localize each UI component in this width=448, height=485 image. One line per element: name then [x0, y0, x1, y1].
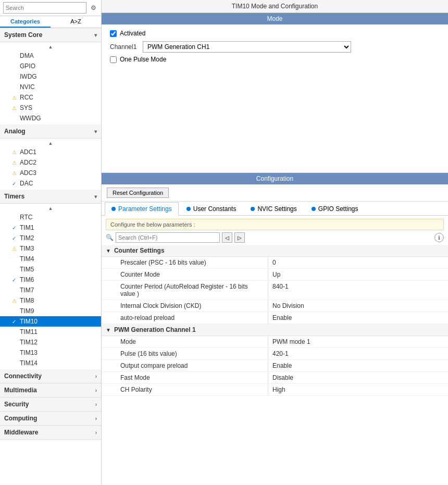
warning-icon: ⚠ [10, 246, 18, 252]
sidebar-item-adc3[interactable]: ⚠ADC3 [0, 168, 101, 178]
gear-icon[interactable]: ⚙ [89, 3, 98, 13]
sidebar-item-tim12[interactable]: TIM12 [0, 337, 101, 347]
sidebar-item-tim13[interactable]: TIM13 [0, 347, 101, 358]
channel1-select[interactable]: PWM Generation CH1 [143, 41, 351, 53]
one-pulse-checkbox[interactable] [110, 56, 117, 63]
group-middleware[interactable]: Middleware › [0, 426, 101, 440]
group-multimedia[interactable]: Multimedia › [0, 383, 101, 397]
channel-row: Channel1 PWM Generation CH1 [110, 41, 440, 53]
group-analog[interactable]: Analog ▾ [0, 125, 101, 139]
config-search-input[interactable] [116, 232, 220, 243]
chevron-down-icon: ▾ [94, 32, 97, 38]
sidebar-item-tim4[interactable]: TIM4 [0, 254, 101, 264]
param-name-fast-mode: Fast Mode [102, 372, 268, 383]
activated-checkbox[interactable] [110, 30, 117, 37]
param-row-pwm-mode: Mode PWM mode 1 [102, 336, 448, 348]
group-computing-label: Computing [4, 415, 37, 422]
tab-categories[interactable]: Categories [0, 16, 51, 28]
scroll-up-arrow[interactable]: ▲ [0, 205, 101, 212]
tab-nvic-settings[interactable]: NVIC Settings [244, 202, 303, 216]
warning-icon: ⚠ [10, 150, 18, 155]
config-search-row: 🔍 ◁ ▷ ℹ [102, 230, 448, 245]
config-description: Configure the below parameters : [106, 219, 444, 230]
sidebar-item-tim7[interactable]: TIM7 [0, 285, 101, 295]
check-icon: ✓ [10, 235, 18, 241]
param-row-counter-period: Counter Period (AutoReload Register - 16… [102, 281, 448, 300]
channel1-label: Channel1 [110, 43, 139, 51]
sidebar-item-tim14[interactable]: TIM14 [0, 358, 101, 368]
sidebar-item-adc2[interactable]: ⚠ADC2 [0, 157, 101, 168]
one-pulse-label: One Pulse Mode [120, 56, 166, 63]
collapse-icon[interactable]: ▼ [106, 327, 111, 333]
sidebar-item-tim1[interactable]: ✓TIM1 [0, 222, 101, 233]
scroll-up-arrow[interactable]: ▲ [0, 140, 101, 147]
sidebar-item-nvic[interactable]: NVIC [0, 82, 101, 92]
group-security-label: Security [4, 401, 29, 408]
param-row-autoreload: auto-reload preload Enable [102, 312, 448, 324]
sidebar-item-dac[interactable]: ✓DAC [0, 178, 101, 189]
info-icon[interactable]: ℹ [434, 233, 444, 242]
tab-parameter-settings[interactable]: Parameter Settings [105, 202, 179, 216]
tab-dot-icon [251, 207, 255, 211]
sidebar-item-rcc[interactable]: ⚠RCC [0, 92, 101, 103]
group-computing[interactable]: Computing › [0, 412, 101, 426]
group-analog-label: Analog [4, 128, 26, 135]
group-middleware-label: Middleware [4, 429, 38, 436]
sidebar-item-sys[interactable]: ⚠SYS [0, 103, 101, 113]
check-icon: ✓ [10, 319, 18, 325]
param-value-pwm-mode: PWM mode 1 [268, 336, 315, 347]
window-title: TIM10 Mode and Configuration [102, 0, 448, 13]
group-security[interactable]: Security › [0, 397, 101, 412]
sidebar-item-adc1[interactable]: ⚠ADC1 [0, 147, 101, 157]
collapse-icon[interactable]: ▼ [106, 248, 111, 254]
param-name-counter-period: Counter Period (AutoReload Register - 16… [102, 281, 268, 300]
search-icon: 🔍 [106, 234, 114, 241]
param-name-pwm-mode: Mode [102, 336, 268, 347]
sidebar-item-tim2[interactable]: ✓TIM2 [0, 233, 101, 243]
analog-items: ▲ ⚠ADC1 ⚠ADC2 ⚠ADC3 ✓DAC [0, 139, 101, 190]
chevron-down-icon: ▾ [94, 194, 97, 200]
timers-items: ▲ RTC ✓TIM1 ✓TIM2 ⚠TIM3 TIM4 TIM5 ✓TIM6 … [0, 204, 101, 369]
group-timers[interactable]: Timers ▾ [0, 190, 101, 204]
group-timers-label: Timers [4, 193, 24, 200]
one-pulse-row: One Pulse Mode [110, 56, 440, 63]
config-tabs: Parameter Settings User Constants NVIC S… [102, 202, 448, 216]
param-name-counter-mode: Counter Mode [102, 269, 268, 280]
tab-az[interactable]: A>Z [51, 16, 101, 28]
tab-gpio-settings[interactable]: GPIO Settings [305, 202, 365, 216]
sidebar-item-tim10[interactable]: ✓TIM10 [0, 316, 101, 327]
sidebar-item-tim8[interactable]: ⚠TIM8 [0, 295, 101, 306]
chevron-right-icon: › [95, 388, 97, 393]
tab-nvic-label: NVIC Settings [257, 205, 296, 213]
scroll-up-arrow[interactable]: ▲ [0, 43, 101, 51]
next-button[interactable]: ▷ [234, 232, 245, 243]
sidebar-item-tim3[interactable]: ⚠TIM3 [0, 243, 101, 254]
param-row-fast-mode: Fast Mode Disable [102, 372, 448, 384]
param-value-counter-period: 840-1 [268, 281, 293, 300]
group-connectivity[interactable]: Connectivity › [0, 369, 101, 383]
tab-user-constants[interactable]: User Constants [180, 202, 243, 216]
search-input[interactable] [3, 2, 86, 14]
group-system-core[interactable]: System Core ▾ [0, 28, 101, 42]
sidebar-item-rtc[interactable]: RTC [0, 212, 101, 222]
sidebar-item-tim11[interactable]: TIM11 [0, 327, 101, 337]
sidebar-item-tim9[interactable]: TIM9 [0, 306, 101, 316]
param-name-output-preload: Output compare preload [102, 360, 268, 371]
chevron-right-icon: › [95, 402, 97, 407]
prev-button[interactable]: ◁ [222, 232, 232, 243]
sidebar-item-iwdg[interactable]: IWDG [0, 71, 101, 82]
sidebar-item-tim6[interactable]: ✓TIM6 [0, 275, 101, 285]
param-value-prescaler: 0 [268, 257, 280, 268]
param-value-pulse: 420-1 [268, 348, 293, 359]
sidebar-item-tim5[interactable]: TIM5 [0, 264, 101, 275]
config-section-header: Configuration [102, 173, 448, 184]
reset-configuration-button[interactable]: Reset Configuration [107, 188, 169, 198]
sidebar-item-gpio[interactable]: GPIO [0, 61, 101, 71]
sidebar: ⚙ Categories A>Z System Core ▾ ▲ DMA GPI… [0, 0, 102, 485]
check-icon: ✓ [10, 277, 18, 283]
sidebar-item-wwdg[interactable]: WWDG [0, 113, 101, 123]
sidebar-item-dma[interactable]: DMA [0, 51, 101, 61]
warning-icon: ⚠ [10, 95, 18, 101]
tab-dot-icon [186, 207, 191, 211]
param-name-pulse: Pulse (16 bits value) [102, 348, 268, 359]
